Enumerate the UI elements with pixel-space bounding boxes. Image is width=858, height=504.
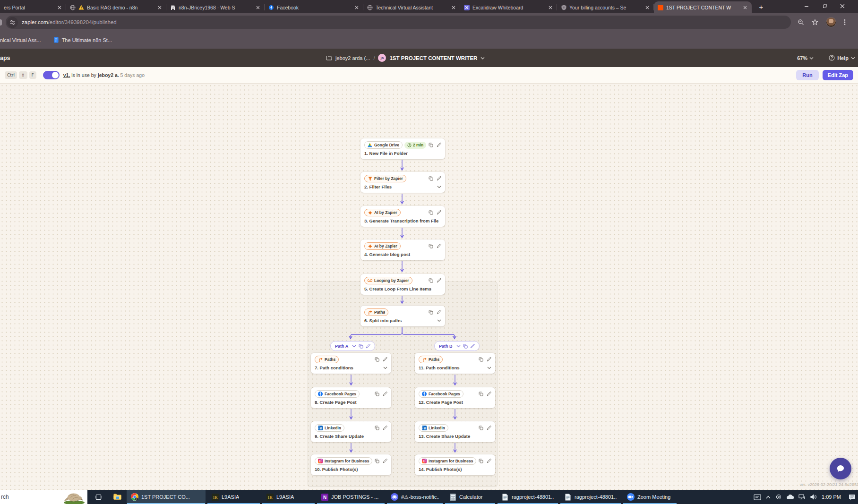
taskbar-app-notepad[interactable]: ragproject-48801... [497, 490, 558, 504]
browser-tab[interactable]: Excalidraw Whiteboard [460, 1, 557, 13]
cloud-tray-icon[interactable] [787, 495, 794, 500]
taskbar-app-notepad[interactable]: ragproject-48801... [560, 490, 621, 504]
version-link[interactable]: v1. [63, 72, 70, 78]
copy-step-icon[interactable] [429, 143, 433, 147]
browser-menu-icon[interactable] [844, 19, 846, 26]
workflow-step-9[interactable]: LinkedIn 9. Create Share Update [311, 421, 391, 442]
copy-step-icon[interactable] [375, 459, 379, 463]
network-tray-icon[interactable] [798, 494, 806, 500]
edit-path-icon[interactable] [470, 344, 475, 349]
tab-close-icon[interactable] [451, 6, 456, 9]
action-center-icon[interactable] [849, 494, 856, 500]
workflow-step-8[interactable]: Facebook Pages 8. Create Page Post [311, 387, 391, 408]
workflow-step-4[interactable]: AI by Zapier 4. Generate blog post [360, 239, 445, 260]
zoom-page-icon[interactable] [798, 19, 804, 26]
browser-tab[interactable]: 1ST PROJECT CONTENT W [654, 1, 752, 13]
edit-step-icon[interactable] [437, 278, 441, 283]
browser-tab[interactable]: ers Portal [0, 1, 66, 13]
workflow-step-6[interactable]: Paths 6. Split into paths [360, 306, 445, 326]
edit-path-icon[interactable] [366, 344, 370, 349]
edit-step-icon[interactable] [437, 210, 441, 215]
workflow-step-7[interactable]: Paths 7. Path conditions [311, 353, 391, 374]
copy-step-icon[interactable] [429, 210, 433, 215]
workflow-step-3[interactable]: AI by Zapier 3. Generate Transcription f… [360, 206, 445, 227]
workflow-step-12[interactable]: Facebook Pages 12. Create Page Post [415, 387, 495, 408]
url-text[interactable]: zapier.com/editor/349398204/published [22, 19, 117, 25]
chevron-down-icon[interactable] [437, 186, 441, 188]
chevron-down-icon[interactable] [383, 367, 387, 369]
copy-step-icon[interactable] [429, 278, 433, 283]
chevron-down-icon[interactable] [437, 319, 441, 322]
volume-tray-icon[interactable] [810, 494, 817, 500]
tab-close-icon[interactable] [255, 6, 261, 9]
taskbar-app-onenote[interactable]: NJOB POSTINGS - ... [317, 490, 385, 504]
edit-step-icon[interactable] [487, 459, 491, 463]
workflow-step-1[interactable]: Google Drive 2 min 1. New File in Folder [360, 138, 445, 159]
tray-expand-icon[interactable] [766, 495, 771, 499]
copy-step-icon[interactable] [375, 357, 379, 362]
minimize-button[interactable] [804, 4, 822, 9]
chat-widget-button[interactable] [830, 458, 851, 479]
taskbar-app-calculator[interactable]: Calculator [445, 490, 496, 504]
copy-path-icon[interactable] [359, 344, 363, 349]
edit-step-icon[interactable] [487, 426, 491, 430]
edit-zap-button[interactable]: Edit Zap [823, 70, 853, 80]
zap-title[interactable]: 1ST PROJECT CONTENT WRITER [389, 55, 477, 61]
edit-step-icon[interactable] [383, 357, 387, 362]
bookmark-star-icon[interactable] [812, 19, 818, 26]
taskbar-app-chrome[interactable]: 1ST PROJECT CO... [127, 490, 206, 504]
copy-step-icon[interactable] [429, 176, 433, 181]
workflow-step-5[interactable]: Looping by Zapier 5. Create Loop From Li… [360, 274, 445, 295]
taskbar-app-l9asia[interactable]: 1KL9ASIA [262, 490, 315, 504]
edit-step-icon[interactable] [487, 357, 491, 362]
copy-step-icon[interactable] [429, 310, 433, 315]
tab-close-icon[interactable] [644, 6, 650, 9]
workflow-step-14[interactable]: Instagram for Business 14. Publish Photo… [415, 454, 495, 475]
zoom-level-control[interactable]: 67% [797, 55, 814, 61]
browser-tab[interactable]: Basic RAG demo - n8n [66, 1, 166, 13]
workflow-step-11[interactable]: Paths 11. Path conditions [415, 353, 495, 374]
bookmark-item[interactable]: nical Virtual Ass... [0, 37, 41, 43]
copy-step-icon[interactable] [479, 357, 483, 362]
tab-close-icon[interactable] [57, 6, 62, 9]
edit-step-icon[interactable] [487, 392, 491, 396]
path-label-pill[interactable]: Path B [434, 341, 480, 351]
profile-avatar[interactable] [826, 17, 836, 27]
taskbar-search-box[interactable]: rch [0, 490, 87, 504]
browser-tab[interactable]: Facebook [265, 1, 363, 13]
taskbar-app-zoomapp[interactable]: Zoom Meeting [623, 490, 677, 504]
copy-step-icon[interactable] [429, 244, 433, 248]
file-explorer-button[interactable] [109, 490, 125, 504]
tab-close-icon[interactable] [548, 6, 553, 9]
workflow-step-10[interactable]: Instagram for Business 10. Publish Photo… [311, 454, 391, 475]
edit-step-icon[interactable] [383, 426, 387, 430]
edit-step-icon[interactable] [437, 244, 441, 248]
zaps-nav-label[interactable]: aps [0, 55, 10, 61]
bookmark-item[interactable]: The Ultimate n8n St... [53, 37, 112, 43]
edit-step-icon[interactable] [383, 459, 387, 463]
browser-tab[interactable]: Your billing accounts – Se [557, 1, 654, 13]
tab-close-icon[interactable] [742, 6, 748, 9]
edit-step-icon[interactable] [437, 143, 441, 147]
workflow-step-13[interactable]: LinkedIn 13. Create Share Update [415, 421, 495, 442]
edit-step-icon[interactable] [437, 176, 441, 181]
copy-step-icon[interactable] [479, 392, 483, 396]
edit-step-icon[interactable] [437, 310, 441, 315]
breadcrumb-folder-name[interactable]: jeboy2 arda (... [335, 55, 370, 61]
browser-tab[interactable]: n8n-JBricey1968 · Web S [166, 1, 265, 13]
run-button[interactable]: Run [796, 70, 818, 80]
maximize-button[interactable] [822, 4, 840, 9]
copy-step-icon[interactable] [375, 392, 379, 396]
chevron-down-icon[interactable] [487, 367, 491, 369]
copy-path-icon[interactable] [463, 344, 468, 349]
chevron-down-icon[interactable] [352, 345, 356, 348]
new-tab-button[interactable]: + [756, 3, 766, 11]
browser-tab[interactable]: Technical Virtual Assistant [363, 1, 460, 13]
app-window-tray-icon[interactable] [754, 494, 761, 500]
version-toggle[interactable] [43, 71, 60, 79]
path-label-pill[interactable]: Path A [330, 341, 375, 351]
copy-step-icon[interactable] [479, 426, 483, 430]
task-view-button[interactable] [90, 490, 106, 504]
workflow-step-2[interactable]: Filter by Zapier 2. Filter Files [360, 172, 445, 193]
workflow-canvas[interactable]: Google Drive 2 min 1. New File in Folder… [0, 84, 858, 490]
